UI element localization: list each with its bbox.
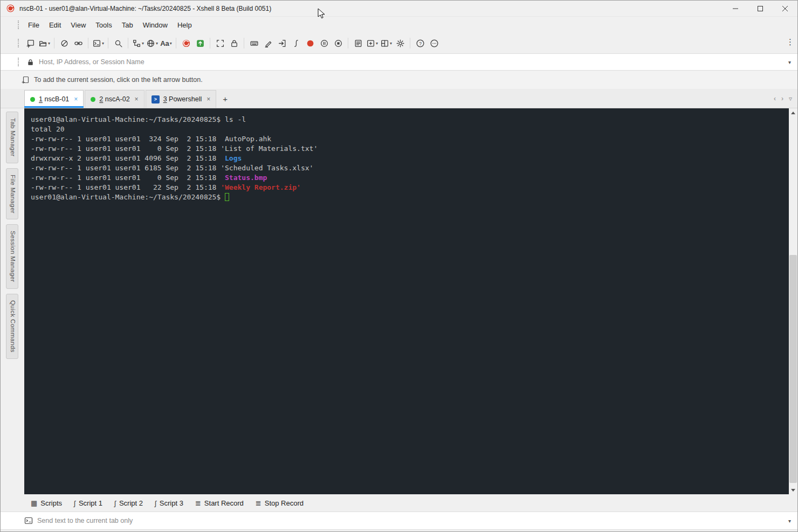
dropdown-caret-icon[interactable]: ▾ — [170, 41, 172, 46]
session-tree-icon — [132, 39, 141, 48]
lock-screen-button[interactable] — [228, 36, 240, 50]
dropdown-caret-icon[interactable]: ▾ — [390, 41, 392, 46]
xshell-app-icon — [6, 4, 15, 13]
panel-tab-file-manager[interactable]: File Manager — [6, 168, 18, 220]
start-record-button[interactable]: ≣Start Record — [191, 497, 248, 509]
menu-item-file[interactable]: File — [23, 18, 44, 32]
scripts-button[interactable]: ▦Scripts — [26, 497, 66, 509]
toolbar-drag-grip[interactable] — [18, 39, 20, 47]
terminal-line: -rw-rw-r-- 1 user01 user01 6185 Sep 2 15… — [31, 163, 782, 173]
xshell-logo-icon — [182, 39, 191, 48]
record-icon — [306, 39, 315, 48]
web-browser-button[interactable]: ▾ — [146, 36, 159, 50]
main-area: Tab ManagerFile ManagerSession ManagerQu… — [1, 108, 797, 494]
fullscreen-button[interactable] — [214, 36, 226, 50]
pause-record-button[interactable] — [318, 36, 331, 50]
address-dropdown-caret-icon[interactable]: ▾ — [788, 59, 791, 65]
scroll-up-button[interactable] — [789, 108, 797, 117]
xshell-window: nscB-01 - user01@alan-Virtual-Machine: ~… — [0, 0, 798, 532]
record-button[interactable] — [304, 36, 317, 50]
scrollbar-thumb[interactable] — [789, 255, 797, 482]
send-dropdown-caret-icon[interactable]: ▾ — [788, 518, 791, 524]
menu-item-view[interactable]: View — [66, 18, 91, 32]
title-bar[interactable]: nscB-01 - user01@alan-Virtual-Machine: ~… — [1, 1, 797, 17]
new-tab-button[interactable]: + — [217, 90, 233, 108]
record-icon: ≣ — [256, 500, 262, 507]
host-address-input[interactable] — [39, 58, 782, 66]
panel-tab-session-manager[interactable]: Session Manager — [6, 224, 18, 289]
highlight-button[interactable] — [262, 36, 274, 50]
fullscreen-icon — [216, 39, 225, 48]
terminal-line: -rw-rw-r-- 1 user01 user01 0 Sep 2 15:18… — [31, 144, 782, 154]
dropdown-caret-icon[interactable]: ▾ — [156, 41, 158, 46]
toolbar-separator — [176, 38, 176, 49]
compose-bar-icon — [250, 39, 259, 48]
tab-close-button[interactable]: × — [135, 95, 139, 103]
tab-nscb-01[interactable]: 1 nscB-01× — [24, 90, 84, 108]
toolbar-overflow-button[interactable]: ⋮ — [786, 37, 794, 47]
scroll-down-button[interactable] — [789, 486, 797, 494]
open-sessions-button[interactable]: ▾ — [38, 36, 51, 50]
menu-drag-grip[interactable] — [18, 20, 20, 29]
new-session-button[interactable] — [24, 36, 37, 50]
stop-record-button[interactable]: ≣Stop Record — [251, 497, 308, 509]
new-window-button[interactable]: ▾ — [366, 36, 379, 50]
xftp-button[interactable] — [194, 36, 207, 50]
session-tree-button[interactable]: ▾ — [132, 36, 145, 50]
maximize-button[interactable] — [748, 1, 773, 17]
panel-tab-quick-commands[interactable]: Quick Commands — [6, 294, 18, 359]
xshell-button[interactable] — [180, 36, 192, 50]
script-3-button[interactable]: ʃScript 3 — [150, 497, 188, 509]
toolbar-separator — [108, 38, 108, 49]
script-button-label: Script 1 — [79, 499, 102, 507]
tab-close-button[interactable]: × — [207, 95, 210, 103]
close-icon — [782, 6, 788, 11]
menu-item-tools[interactable]: Tools — [91, 18, 116, 32]
menu-item-edit[interactable]: Edit — [44, 18, 66, 32]
about-button[interactable] — [428, 36, 441, 50]
terminal-scrollbar[interactable] — [789, 108, 797, 494]
toolbar-separator — [244, 38, 244, 49]
dropdown-caret-icon[interactable]: ▾ — [102, 41, 104, 46]
tab-nsca-02[interactable]: 2 nscA-02× — [85, 90, 144, 108]
script-2-button[interactable]: ʃScript 2 — [110, 497, 147, 509]
logon-scripts-button[interactable] — [276, 36, 288, 50]
send-bar: ▾ — [1, 512, 797, 530]
script-1-button[interactable]: ʃScript 1 — [70, 497, 107, 509]
menu-item-help[interactable]: Help — [173, 18, 197, 32]
menu-item-tab[interactable]: Tab — [117, 18, 138, 32]
help-button[interactable]: ? — [414, 36, 426, 50]
tab-powershell[interactable]: >3 Powershell× — [146, 90, 217, 108]
send-text-input[interactable] — [37, 517, 782, 524]
tab-scroll-right-icon[interactable]: › — [781, 95, 783, 102]
stop-record-button[interactable] — [332, 36, 345, 50]
dropdown-caret-icon[interactable]: ▾ — [142, 41, 144, 46]
info-message: To add the current session, click on the… — [34, 76, 203, 84]
dropdown-caret-icon[interactable]: ▾ — [376, 41, 378, 46]
tab-list-dropdown-icon[interactable]: ▿ — [789, 95, 792, 102]
menu-item-window[interactable]: Window — [138, 18, 173, 32]
tab-close-button[interactable]: × — [74, 95, 78, 103]
connected-dot-icon — [91, 97, 95, 102]
script-button[interactable] — [290, 36, 302, 50]
address-drag-grip[interactable] — [18, 58, 20, 66]
new-terminal-button[interactable]: ▾ — [92, 36, 105, 50]
close-button[interactable] — [773, 1, 797, 17]
maximize-icon — [758, 6, 763, 11]
grid-icon: ▦ — [31, 500, 37, 507]
dropdown-caret-icon[interactable]: ▾ — [48, 41, 50, 46]
font-button[interactable]: Aa ▾ — [160, 36, 173, 50]
layout-button[interactable]: ▾ — [380, 36, 393, 50]
tab-scroll-left-icon[interactable]: ‹ — [774, 95, 776, 102]
script-button-label: Scripts — [40, 499, 62, 507]
terminal[interactable]: user01@alan-Virtual-Machine:~/Tasks/2024… — [24, 108, 789, 494]
find-button[interactable] — [112, 36, 125, 50]
toolbar-separator — [410, 38, 410, 49]
disconnect-button[interactable] — [58, 36, 71, 50]
compose-bar-button[interactable] — [247, 36, 260, 50]
properties-button[interactable] — [352, 36, 364, 50]
panel-tab-tab-manager[interactable]: Tab Manager — [6, 112, 18, 163]
minimize-button[interactable] — [723, 1, 748, 17]
reconnect-button[interactable] — [72, 36, 85, 50]
options-button[interactable] — [394, 36, 407, 50]
